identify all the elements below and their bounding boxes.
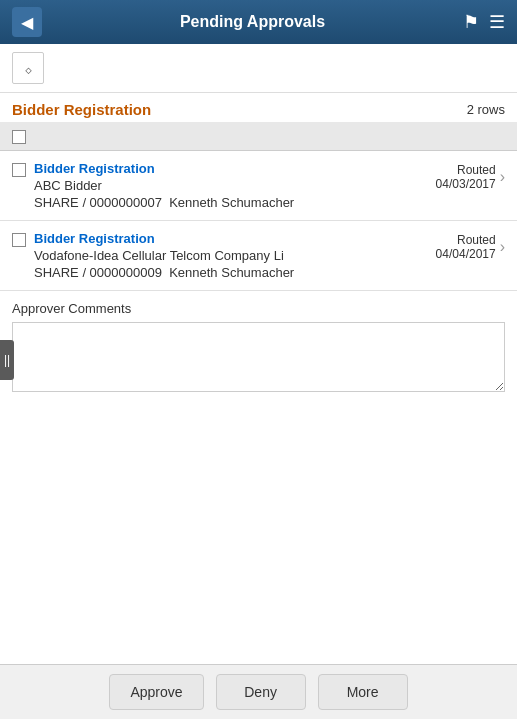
item-1-status: Routed 04/03/2017: [436, 163, 496, 191]
filter-icon: ⬦: [24, 60, 33, 77]
item-2-chevron-icon[interactable]: ›: [500, 238, 505, 256]
footer-toolbar: Approve Deny More: [0, 664, 517, 719]
back-button[interactable]: ◀: [12, 7, 42, 37]
side-panel-handle[interactable]: ||: [0, 340, 14, 380]
item-2-right: Routed 04/04/2017 ›: [436, 233, 505, 261]
item-1-name: ABC Bidder: [34, 178, 428, 193]
item-2-content: Bidder Registration Vodafone-Idea Cellul…: [34, 231, 428, 280]
table-row: Bidder Registration ABC Bidder SHARE / 0…: [0, 151, 517, 221]
item-2-checkbox[interactable]: [12, 233, 26, 247]
item-1-checkbox[interactable]: [12, 163, 26, 177]
select-all-checkbox[interactable]: [12, 130, 26, 144]
item-1-title[interactable]: Bidder Registration: [34, 161, 428, 176]
header-actions: ⚑ ☰: [463, 11, 505, 33]
approver-section: Approver Comments: [0, 291, 517, 405]
item-2-share: SHARE / 0000000009 Kenneth Schumacher: [34, 265, 428, 280]
deny-button[interactable]: Deny: [216, 674, 306, 710]
item-1-right: Routed 04/03/2017 ›: [436, 163, 505, 191]
content-area: Bidder Registration 2 rows Bidder Regist…: [0, 93, 517, 665]
toolbar: ⬦: [0, 44, 517, 93]
flag-icon[interactable]: ⚑: [463, 11, 479, 33]
app-header: ◀ Pending Approvals ⚑ ☰: [0, 0, 517, 44]
approve-button[interactable]: Approve: [109, 674, 203, 710]
approver-comments-input[interactable]: [12, 322, 505, 392]
item-1-chevron-icon[interactable]: ›: [500, 168, 505, 186]
item-2-name: Vodafone-Idea Cellular Telcom Company Li: [34, 248, 428, 263]
page-title: Pending Approvals: [42, 13, 463, 31]
back-icon: ◀: [21, 13, 33, 32]
item-1-content: Bidder Registration ABC Bidder SHARE / 0…: [34, 161, 428, 210]
section-header: Bidder Registration 2 rows: [0, 93, 517, 122]
item-2-title[interactable]: Bidder Registration: [34, 231, 428, 246]
section-title: Bidder Registration: [12, 101, 151, 118]
select-all-row: [0, 122, 517, 151]
handle-icon: ||: [4, 353, 10, 367]
item-1-share: SHARE / 0000000007 Kenneth Schumacher: [34, 195, 428, 210]
filter-button[interactable]: ⬦: [12, 52, 44, 84]
table-row: Bidder Registration Vodafone-Idea Cellul…: [0, 221, 517, 291]
approver-label: Approver Comments: [12, 301, 505, 316]
menu-icon[interactable]: ☰: [489, 11, 505, 33]
more-button[interactable]: More: [318, 674, 408, 710]
item-2-status: Routed 04/04/2017: [436, 233, 496, 261]
row-count: 2 rows: [467, 102, 505, 117]
